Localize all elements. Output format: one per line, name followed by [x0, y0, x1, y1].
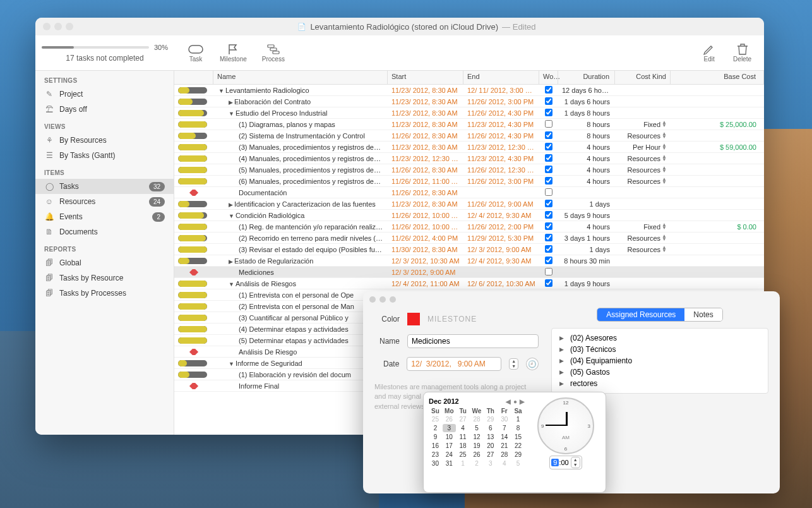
workdays-checkbox[interactable] — [545, 188, 552, 196]
sidebar-item-byresources[interactable]: ⚘By Resources — [35, 133, 174, 148]
resource-item[interactable]: ▶(05) Gastos — [556, 366, 764, 378]
calendar-day[interactable]: 21 — [498, 442, 511, 450]
header-wo[interactable]: Wo… — [539, 71, 558, 84]
disclosure-triangle-icon[interactable]: ▼ — [229, 361, 234, 367]
task-button[interactable]: Task — [187, 43, 205, 63]
table-row[interactable]: (2) Sistema de Instrumentación y Control… — [174, 130, 764, 142]
sidebar-item-daysoff[interactable]: ⛱Days off — [35, 102, 174, 117]
header-costkind[interactable]: Cost Kind — [615, 71, 671, 84]
calendar-day[interactable]: 29 — [511, 451, 525, 459]
workdays-checkbox[interactable] — [545, 222, 552, 230]
calendar-day[interactable]: 6 — [484, 424, 497, 432]
workdays-checkbox[interactable] — [545, 109, 552, 116]
calendar-day[interactable]: 29 — [484, 415, 497, 423]
row-costkind[interactable]: Resources▲▼ — [615, 178, 671, 185]
disclosure-triangle-icon[interactable]: ▶ — [229, 202, 233, 208]
calendar-day[interactable]: 8 — [511, 424, 525, 432]
calendar-day[interactable]: 11 — [457, 433, 470, 441]
sidebar-item-documents[interactable]: 🗎Documents — [35, 224, 174, 239]
clock-face[interactable]: 12 3 6 9 AM — [537, 397, 594, 454]
calendar-day[interactable]: 14 — [498, 433, 511, 441]
calendar-day[interactable]: 31 — [443, 459, 456, 468]
header-duration[interactable]: Duration — [558, 71, 615, 84]
calendar-day[interactable]: 18 — [457, 442, 470, 450]
popover-zoom-dot[interactable] — [390, 296, 396, 303]
workdays-checkbox[interactable] — [545, 120, 552, 128]
table-row[interactable]: (2) Recorrido en terreno para medir nive… — [174, 233, 764, 244]
prev-month-button[interactable]: ◀ — [506, 398, 511, 405]
workdays-checkbox[interactable] — [545, 154, 552, 162]
sidebar-item-project[interactable]: ✎Project — [35, 87, 174, 102]
calendar-day[interactable]: 12 — [470, 433, 484, 441]
table-row[interactable]: (6) Manuales, procedimientos y registros… — [174, 176, 764, 187]
costkind-stepper-icon[interactable]: ▲▼ — [662, 155, 667, 162]
workdays-checkbox[interactable] — [545, 97, 552, 105]
delete-button[interactable]: Delete — [733, 43, 751, 63]
table-row[interactable]: ▼Análisis de Riesgos12/ 4/ 2012, 11:00 A… — [174, 278, 764, 289]
table-row[interactable]: Documentación11/26/ 2012, 8:30 AM — [174, 187, 764, 198]
table-row[interactable]: (3) Manuales, procedimientos y registros… — [174, 142, 764, 153]
table-row[interactable]: (1) Reg. de mantención y/o reparación re… — [174, 221, 764, 233]
time-input[interactable]: 9:00 ▲▼ — [549, 456, 582, 469]
calendar-day[interactable]: 26 — [443, 415, 456, 423]
table-row[interactable]: ▼Condición Radiológica11/26/ 2012, 10:00… — [174, 210, 764, 221]
table-row[interactable]: (4) Manuales, procedimientos y registros… — [174, 153, 764, 164]
calendar-day[interactable]: 17 — [443, 442, 456, 450]
calendar-day[interactable]: 2 — [429, 424, 442, 432]
calendar-day[interactable]: 1 — [511, 415, 525, 423]
calendar-day[interactable]: 15 — [511, 433, 525, 441]
calendar-day[interactable]: 9 — [429, 433, 442, 441]
workdays-checkbox[interactable] — [545, 245, 552, 253]
calendar-day[interactable]: 30 — [498, 415, 511, 423]
costkind-stepper-icon[interactable]: ▲▼ — [662, 224, 667, 230]
row-costkind[interactable]: Resources▲▼ — [615, 234, 671, 242]
table-row[interactable]: Mediciones12/ 3/ 2012, 9:00 AM — [174, 267, 764, 278]
workdays-checkbox[interactable] — [545, 166, 552, 173]
row-costkind[interactable]: Resources▲▼ — [615, 246, 671, 253]
header-basecost[interactable]: Base Cost — [671, 71, 764, 84]
costkind-stepper-icon[interactable]: ▲▼ — [662, 235, 667, 241]
workdays-checkbox[interactable] — [545, 211, 552, 219]
row-costkind[interactable]: Fixed▲▼ — [615, 223, 671, 231]
popover-min-dot[interactable] — [379, 296, 386, 303]
color-swatch[interactable] — [407, 313, 420, 325]
disclosure-triangle-icon[interactable]: ▼ — [229, 213, 234, 219]
workdays-checkbox[interactable] — [545, 234, 552, 241]
calendar-day[interactable]: 7 — [498, 424, 511, 432]
row-costkind[interactable]: Resources▲▼ — [615, 155, 671, 162]
sidebar-item-events[interactable]: 🔔Events2 — [35, 209, 174, 224]
calendar-day[interactable]: 13 — [484, 433, 497, 441]
table-row[interactable]: ▶Estado de Regularización12/ 3/ 2012, 10… — [174, 255, 764, 267]
table-row[interactable]: (1) Diagramas, planos y mapas11/23/ 2012… — [174, 119, 764, 130]
row-costkind[interactable]: Resources▲▼ — [615, 132, 671, 140]
calendar-day[interactable]: 30 — [429, 459, 442, 468]
date-input[interactable] — [407, 357, 501, 371]
workdays-checkbox[interactable] — [545, 200, 552, 207]
calendar-day[interactable]: 23 — [429, 451, 442, 459]
disclosure-triangle-icon[interactable]: ▶ — [229, 258, 233, 265]
row-costkind[interactable]: Fixed▲▼ — [615, 121, 671, 128]
calendar-day[interactable]: 10 — [443, 433, 456, 441]
calendar-day[interactable]: 4 — [457, 424, 470, 432]
table-row[interactable]: (3) Revisar el estado del equipo (Posibl… — [174, 244, 764, 255]
workdays-checkbox[interactable] — [545, 257, 552, 264]
disclosure-triangle-icon[interactable]: ▶ — [559, 380, 564, 387]
header-start[interactable]: Start — [388, 71, 463, 84]
resource-item[interactable]: ▶(04) Equipamiento — [556, 355, 764, 366]
header-end[interactable]: End — [463, 71, 539, 84]
minimize-dot[interactable] — [54, 23, 62, 30]
sidebar-item-resources[interactable]: ☺Resources24 — [35, 194, 174, 209]
disclosure-triangle-icon[interactable]: ▶ — [559, 369, 564, 375]
calendar-day[interactable]: 1 — [457, 459, 470, 468]
resource-item[interactable]: ▶(02) Asesores — [556, 332, 764, 344]
calendar-day[interactable]: 27 — [457, 415, 470, 423]
calendar-day[interactable]: 25 — [429, 415, 442, 423]
resource-item[interactable]: ▶(03) Técnicos — [556, 344, 764, 355]
table-row[interactable]: ▶Elaboración del Contrato11/23/ 2012, 8:… — [174, 96, 764, 107]
costkind-stepper-icon[interactable]: ▲▼ — [662, 133, 667, 139]
tab-assigned[interactable]: Assigned Resources — [597, 308, 684, 321]
resource-item[interactable]: ▶rectores — [556, 378, 764, 389]
tab-notes[interactable]: Notes — [684, 308, 722, 321]
disclosure-triangle-icon[interactable]: ▼ — [229, 111, 234, 117]
calendar-day[interactable]: 27 — [484, 451, 497, 459]
